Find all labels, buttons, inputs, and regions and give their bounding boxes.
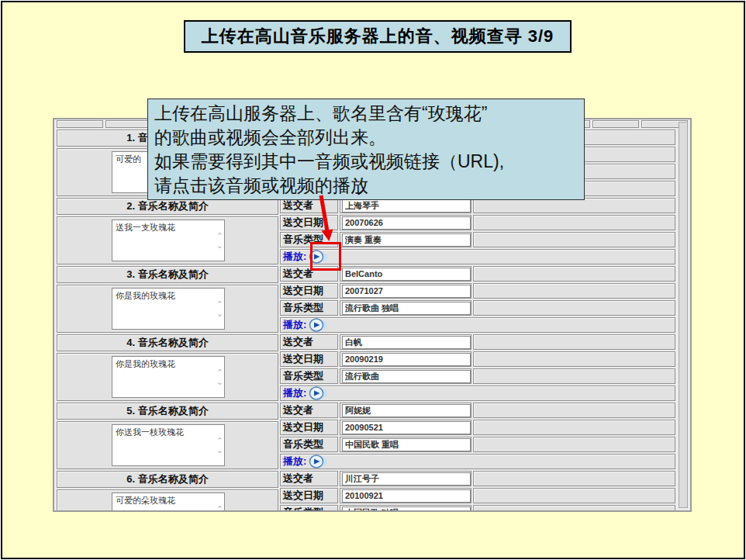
submitter-input[interactable] xyxy=(342,336,471,349)
vertical-scrollbar[interactable] xyxy=(679,122,688,508)
scroll-down-icon[interactable]: ⌄ xyxy=(216,240,223,250)
date-label: 送交日期 xyxy=(280,420,338,435)
submitter-input[interactable] xyxy=(342,404,471,417)
type-input[interactable] xyxy=(342,370,471,383)
description-text: 送我一支玫瑰花 xyxy=(116,223,175,232)
annotation-arrow xyxy=(312,194,340,245)
scroll-up-icon[interactable]: ⌃ xyxy=(216,368,223,377)
description-text: 你是我的玫瑰花 xyxy=(116,359,175,368)
submitter-input[interactable] xyxy=(342,199,471,213)
callout-line: 的歌曲或视频会全部列出来。 xyxy=(154,126,578,150)
date-input[interactable] xyxy=(342,285,471,298)
filler-cell xyxy=(473,334,675,350)
entry-header: 5. 音乐名称及简介 xyxy=(57,403,278,420)
date-input[interactable] xyxy=(342,421,471,434)
type-input[interactable] xyxy=(342,233,471,247)
play-icon[interactable] xyxy=(308,386,328,400)
filler-cell xyxy=(473,505,675,512)
filler-cell xyxy=(473,403,675,418)
entry-description-cell: 你是我的玫瑰花 ⌃⌄ xyxy=(57,285,278,333)
filler-cell xyxy=(473,351,675,367)
play-link[interactable]: 播放: xyxy=(283,250,306,264)
date-label: 送交日期 xyxy=(280,488,338,503)
type-label: 音乐类型 xyxy=(280,505,338,512)
instruction-callout: 上传在高山服务器上、歌名里含有“玫瑰花” 的歌曲或视频会全部列出来。 如果需要得… xyxy=(147,99,585,200)
description-text: 可爱的朵玫瑰花 xyxy=(116,496,175,505)
filler-cell xyxy=(473,300,675,316)
entry-header: 6. 音乐名称及简介 xyxy=(57,471,278,488)
textarea-scrollbar[interactable]: ⌃⌄ xyxy=(216,504,223,512)
entry-header: 2. 音乐名称及简介 xyxy=(57,198,278,215)
filler-cell xyxy=(473,471,675,486)
scroll-up-icon[interactable]: ⌃ xyxy=(216,504,223,512)
filler-cell xyxy=(473,368,675,384)
date-input[interactable] xyxy=(342,216,471,230)
filler-cell xyxy=(473,420,675,435)
filler-cell xyxy=(473,266,675,282)
submitter-label: 送交者 xyxy=(280,403,338,418)
type-label: 音乐类型 xyxy=(280,368,338,384)
entry-description-cell: 你是我的玫瑰花 ⌃⌄ xyxy=(57,353,278,401)
textarea-scrollbar[interactable]: ⌃⌄ xyxy=(216,231,223,250)
description-textarea[interactable]: 可爱的朵玫瑰花 ⌃⌄ xyxy=(112,493,225,512)
scroll-up-icon[interactable]: ⌃ xyxy=(216,231,223,240)
play-icon[interactable] xyxy=(308,455,328,468)
submitter-input[interactable] xyxy=(342,268,471,281)
description-text: 你是我的玫瑰花 xyxy=(116,291,175,300)
callout-line: 请点击该音频或视频的播放 xyxy=(154,174,578,198)
textarea-scrollbar[interactable]: ⌃⌄ xyxy=(216,436,223,455)
description-textarea[interactable]: 你是我的玫瑰花 ⌃⌄ xyxy=(112,288,225,330)
play-link[interactable]: 播放: xyxy=(283,386,306,400)
textarea-scrollbar[interactable]: ⌃⌄ xyxy=(216,368,223,386)
music-entry-2: 2. 音乐名称及简介 送我一支玫瑰花 ⌃⌄ 送交者 送交日期 音乐类型 播放: xyxy=(54,197,690,265)
play-icon[interactable] xyxy=(308,318,328,332)
description-text: 你送我一枝玫瑰花 xyxy=(116,427,184,437)
submitter-input[interactable] xyxy=(342,472,471,486)
entry-description-cell: 可爱的朵玫瑰花 ⌃⌄ xyxy=(57,489,278,512)
description-textarea[interactable]: 你送我一枝玫瑰花 ⌃⌄ xyxy=(112,424,225,466)
music-entry-4: 4. 音乐名称及简介 你是我的玫瑰花 ⌃⌄ 送交者 送交日期 音乐类型 播放: xyxy=(54,334,690,402)
filler-cell xyxy=(473,437,675,452)
column-header-cell xyxy=(592,120,639,128)
filler-cell xyxy=(473,488,675,503)
scroll-down-icon[interactable]: ⌄ xyxy=(216,445,223,455)
type-input[interactable] xyxy=(342,302,471,315)
entry-header: 4. 音乐名称及简介 xyxy=(57,334,278,351)
type-label: 音乐类型 xyxy=(280,300,338,316)
type-input[interactable] xyxy=(342,438,471,451)
slide: 上传在高山音乐服务器上的音、视频查寻 3/9 1. 音乐名称及简介 可爱的 ⌃⌄… xyxy=(1,1,745,559)
music-entry-6: 6. 音乐名称及简介 可爱的朵玫瑰花 ⌃⌄ 送交者 送交日期 音乐类型 播放: xyxy=(54,470,690,512)
date-label: 送交日期 xyxy=(280,351,338,367)
callout-line: 上传在高山服务器上、歌名里含有“玫瑰花” xyxy=(154,102,578,126)
type-label: 音乐类型 xyxy=(280,437,338,452)
description-textarea[interactable]: 送我一支玫瑰花 ⌃⌄ xyxy=(112,220,225,261)
page-title: 上传在高山音乐服务器上的音、视频查寻 3/9 xyxy=(184,20,572,53)
filler-cell xyxy=(473,232,675,247)
entry-description-cell: 你送我一枝玫瑰花 ⌃⌄ xyxy=(57,421,278,469)
music-entry-3: 3. 音乐名称及简介 你是我的玫瑰花 ⌃⌄ 送交者 送交日期 音乐类型 播放: xyxy=(54,265,690,334)
textarea-scrollbar[interactable]: ⌃⌄ xyxy=(216,299,223,318)
description-text: 可爱的 xyxy=(116,154,141,164)
scroll-up-icon[interactable]: ⌃ xyxy=(216,299,223,309)
scroll-up-icon[interactable]: ⌃ xyxy=(216,436,223,445)
type-input[interactable] xyxy=(342,506,471,513)
date-input[interactable] xyxy=(342,489,471,503)
filler-cell xyxy=(473,215,675,230)
entry-header: 3. 音乐名称及简介 xyxy=(57,266,278,283)
date-label: 送交日期 xyxy=(280,283,338,299)
play-link[interactable]: 播放: xyxy=(283,318,306,332)
filler-cell xyxy=(473,283,675,299)
submitter-label: 送交者 xyxy=(280,334,338,350)
column-header-cell xyxy=(57,120,103,128)
music-entry-5: 5. 音乐名称及简介 你送我一枝玫瑰花 ⌃⌄ 送交者 送交日期 音乐类型 播放: xyxy=(54,402,690,470)
filler-cell xyxy=(473,198,675,213)
play-link[interactable]: 播放: xyxy=(283,455,306,468)
callout-line: 如果需要得到其中一音频或视频链接（URL), xyxy=(154,150,578,174)
date-input[interactable] xyxy=(342,353,471,366)
scroll-down-icon[interactable]: ⌄ xyxy=(216,309,223,318)
description-textarea[interactable]: 你是我的玫瑰花 ⌃⌄ xyxy=(112,356,225,398)
scroll-down-icon[interactable]: ⌄ xyxy=(216,377,223,386)
column-header-cell xyxy=(105,120,152,128)
submitter-label: 送交者 xyxy=(280,471,338,486)
entry-description-cell: 送我一支玫瑰花 ⌃⌄ xyxy=(57,216,278,264)
